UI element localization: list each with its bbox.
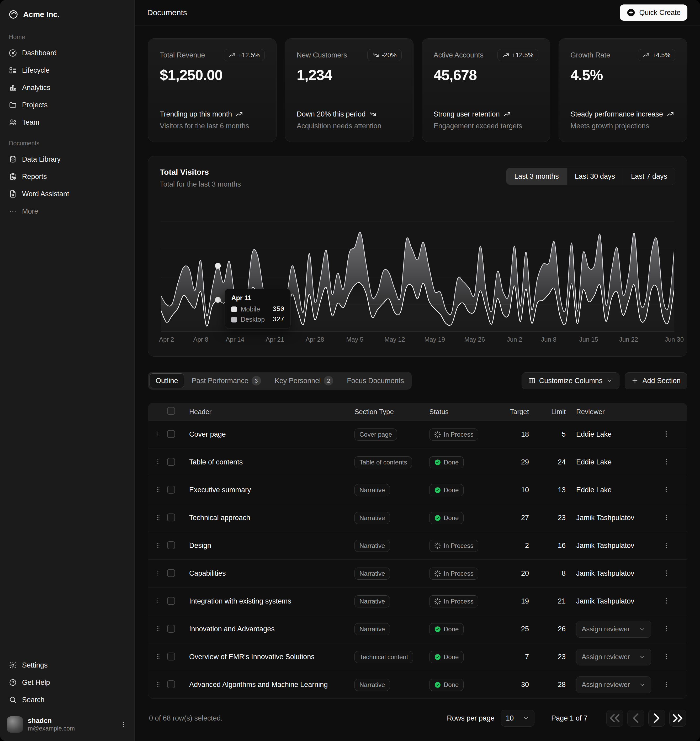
last-page-button[interactable] bbox=[669, 710, 686, 726]
tab-outline[interactable]: Outline bbox=[150, 373, 184, 388]
target-value[interactable]: 30 bbox=[497, 681, 529, 689]
org-switcher[interactable]: Acme Inc. bbox=[4, 4, 130, 25]
target-value[interactable]: 7 bbox=[497, 653, 529, 661]
more-vertical-icon[interactable] bbox=[120, 720, 128, 728]
add-section-button[interactable]: Add Section bbox=[625, 372, 687, 389]
sidebar-item-team[interactable]: Team bbox=[4, 114, 130, 131]
target-value[interactable]: 25 bbox=[497, 625, 529, 633]
row-menu-icon[interactable] bbox=[663, 681, 671, 688]
row-menu-icon[interactable] bbox=[663, 541, 671, 549]
limit-value[interactable]: 21 bbox=[529, 597, 566, 605]
range-tab-last-3-months[interactable]: Last 3 months bbox=[506, 168, 567, 185]
limit-value[interactable]: 24 bbox=[529, 458, 566, 466]
assign-reviewer-select[interactable]: Assign reviewer bbox=[576, 676, 651, 693]
limit-value[interactable]: 23 bbox=[529, 653, 566, 661]
assign-reviewer-select[interactable]: Assign reviewer bbox=[576, 648, 651, 665]
quick-create-button[interactable]: Quick Create bbox=[620, 4, 687, 21]
sidebar-item-projects[interactable]: Projects bbox=[4, 96, 130, 114]
first-page-button[interactable] bbox=[606, 710, 623, 726]
view-tabs: OutlinePast Performance3Key Personnel2Fo… bbox=[148, 372, 412, 390]
row-checkbox[interactable] bbox=[167, 653, 175, 660]
row-header[interactable]: Overview of EMR's Innovative Solutions bbox=[189, 653, 354, 661]
row-header[interactable]: Innovation and Advantages bbox=[189, 625, 354, 633]
limit-value[interactable]: 23 bbox=[529, 514, 566, 522]
target-value[interactable]: 18 bbox=[497, 430, 529, 438]
drag-handle-icon[interactable] bbox=[154, 486, 162, 493]
limit-value[interactable]: 28 bbox=[529, 681, 566, 689]
row-checkbox[interactable] bbox=[167, 681, 175, 688]
rows-per-page-select[interactable]: 10 bbox=[501, 710, 534, 726]
tab-focus-documents[interactable]: Focus Documents bbox=[341, 373, 410, 388]
limit-value[interactable]: 26 bbox=[529, 625, 566, 633]
row-menu-icon[interactable] bbox=[663, 597, 671, 605]
prev-page-button[interactable] bbox=[627, 710, 644, 726]
sidebar-item-analytics[interactable]: Analytics bbox=[4, 79, 130, 96]
row-header[interactable]: Advanced Algorithms and Machine Learning bbox=[189, 681, 354, 689]
assign-reviewer-select[interactable]: Assign reviewer bbox=[576, 621, 651, 638]
user-menu[interactable]: shadcn m@example.com bbox=[4, 713, 130, 736]
customize-columns-button[interactable]: Customize Columns bbox=[522, 372, 620, 389]
next-page-button[interactable] bbox=[648, 710, 665, 726]
select-all-checkbox[interactable] bbox=[167, 407, 175, 415]
limit-value[interactable]: 5 bbox=[529, 430, 566, 438]
row-menu-icon[interactable] bbox=[663, 513, 671, 521]
row-menu-icon[interactable] bbox=[663, 653, 671, 660]
row-checkbox[interactable] bbox=[167, 458, 175, 466]
chevron-down-icon bbox=[639, 654, 646, 660]
row-header[interactable]: Executive summary bbox=[189, 486, 354, 494]
sidebar-item-search[interactable]: Search bbox=[4, 691, 130, 709]
limit-value[interactable]: 16 bbox=[529, 542, 566, 550]
row-header[interactable]: Design bbox=[189, 542, 354, 550]
limit-value[interactable]: 13 bbox=[529, 486, 566, 494]
drag-handle-icon[interactable] bbox=[154, 625, 162, 632]
row-header[interactable]: Integration with existing systems bbox=[189, 597, 354, 605]
row-checkbox[interactable] bbox=[167, 486, 175, 494]
drag-handle-icon[interactable] bbox=[154, 597, 162, 604]
drag-handle-icon[interactable] bbox=[154, 681, 162, 688]
sidebar-item-reports[interactable]: Reports bbox=[4, 168, 130, 185]
row-checkbox[interactable] bbox=[167, 430, 175, 438]
target-value[interactable]: 2 bbox=[497, 542, 529, 550]
drag-handle-icon[interactable] bbox=[154, 458, 162, 466]
target-value[interactable]: 20 bbox=[497, 569, 529, 578]
stat-cards: Total Revenue +12.5% $1,250.00 Trending … bbox=[148, 38, 687, 142]
sidebar-item-dashboard[interactable]: Dashboard bbox=[4, 44, 130, 62]
row-checkbox[interactable] bbox=[167, 541, 175, 549]
target-value[interactable]: 19 bbox=[497, 597, 529, 605]
sidebar-item-more[interactable]: More bbox=[4, 203, 130, 220]
limit-value[interactable]: 8 bbox=[529, 569, 566, 578]
drag-handle-icon[interactable] bbox=[154, 430, 162, 438]
row-header[interactable]: Cover page bbox=[189, 430, 354, 438]
drag-handle-icon[interactable] bbox=[154, 569, 162, 577]
row-header[interactable]: Technical approach bbox=[189, 514, 354, 522]
row-checkbox[interactable] bbox=[167, 597, 175, 605]
drag-handle-icon[interactable] bbox=[154, 514, 162, 521]
row-header[interactable]: Table of contents bbox=[189, 458, 354, 466]
row-checkbox[interactable] bbox=[167, 569, 175, 577]
sidebar-item-settings[interactable]: Settings bbox=[4, 657, 130, 674]
row-checkbox[interactable] bbox=[167, 625, 175, 633]
target-value[interactable]: 10 bbox=[497, 486, 529, 494]
drag-handle-icon[interactable] bbox=[154, 542, 162, 549]
section-type-badge: Narrative bbox=[354, 512, 390, 524]
row-menu-icon[interactable] bbox=[663, 486, 671, 494]
target-value[interactable]: 27 bbox=[497, 514, 529, 522]
tab-past-performance[interactable]: Past Performance3 bbox=[186, 373, 267, 388]
sidebar-group-label: Documents bbox=[4, 140, 130, 147]
row-checkbox[interactable] bbox=[167, 513, 175, 521]
sidebar-item-word-assistant[interactable]: Word Assistant bbox=[4, 185, 130, 203]
sidebar-item-get-help[interactable]: Get Help bbox=[4, 674, 130, 691]
drag-handle-icon[interactable] bbox=[154, 653, 162, 660]
range-tab-last-7-days[interactable]: Last 7 days bbox=[623, 168, 675, 185]
row-menu-icon[interactable] bbox=[663, 430, 671, 438]
tab-key-personnel[interactable]: Key Personnel2 bbox=[269, 373, 340, 388]
target-value[interactable]: 29 bbox=[497, 458, 529, 466]
x-tick-label: Jun 15 bbox=[579, 336, 598, 343]
sidebar-item-lifecycle[interactable]: Lifecycle bbox=[4, 62, 130, 79]
row-menu-icon[interactable] bbox=[663, 458, 671, 466]
range-tab-last-30-days[interactable]: Last 30 days bbox=[567, 168, 623, 185]
row-header[interactable]: Capabilities bbox=[189, 569, 354, 578]
sidebar-item-data-library[interactable]: Data Library bbox=[4, 151, 130, 168]
row-menu-icon[interactable] bbox=[663, 625, 671, 633]
row-menu-icon[interactable] bbox=[663, 569, 671, 577]
